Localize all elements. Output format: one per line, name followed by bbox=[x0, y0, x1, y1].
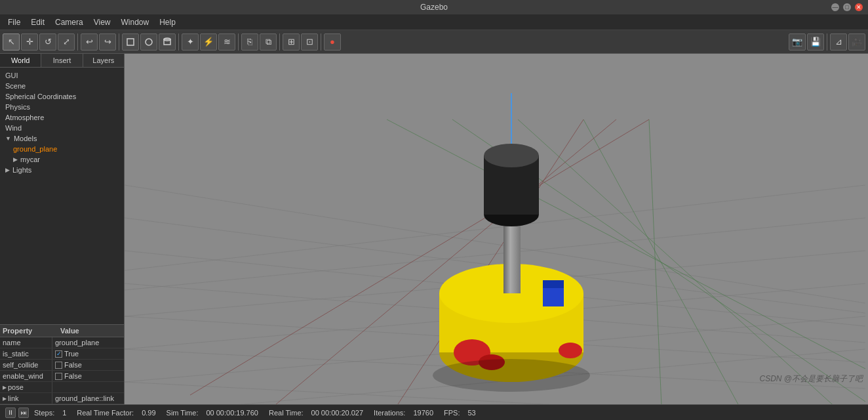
tab-world[interactable]: World bbox=[0, 54, 41, 67]
prop-value-link: ground_plane::link bbox=[52, 393, 124, 404]
simtime-label: Sim Time: bbox=[167, 409, 199, 417]
prop-row-pose[interactable]: ▶ pose bbox=[0, 382, 124, 393]
select-tool[interactable]: ↖ bbox=[3, 33, 20, 51]
svg-point-1 bbox=[146, 39, 152, 45]
menu-camera[interactable]: Camera bbox=[50, 16, 89, 28]
models-arrow: ▼ bbox=[5, 135, 11, 142]
pause-btn[interactable]: ⏸ bbox=[5, 408, 16, 418]
close-btn[interactable]: ✕ bbox=[855, 3, 863, 11]
prop-header: Property Value bbox=[0, 325, 124, 337]
prop-row-name[interactable]: name ground_plane bbox=[0, 337, 124, 348]
title-bar: Gazebo — □ ✕ bbox=[0, 0, 868, 14]
menu-view[interactable]: View bbox=[89, 16, 116, 28]
cylinder-shape[interactable] bbox=[159, 33, 176, 51]
tree-label-gui: GUI bbox=[5, 72, 18, 79]
tree-item-gui[interactable]: GUI bbox=[0, 70, 124, 81]
tree-label-atmosphere: Atmosphere bbox=[5, 114, 44, 121]
tree-item-spherical[interactable]: Spherical Coordinates bbox=[0, 91, 124, 102]
redo-btn[interactable]: ↪ bbox=[99, 33, 116, 51]
box-shape[interactable] bbox=[122, 33, 139, 51]
sep7 bbox=[827, 33, 827, 51]
toolbar-right: 📷 💾 ⊿ 🎥 bbox=[789, 33, 865, 51]
sep6 bbox=[321, 33, 321, 51]
prop-col-name: Property bbox=[3, 327, 55, 335]
prop-row-link[interactable]: ▶ link ground_plane::link bbox=[0, 393, 124, 404]
undo-btn[interactable]: ↩ bbox=[81, 33, 98, 51]
prop-name-is-static: is_static bbox=[0, 348, 52, 359]
tree-item-scene[interactable]: Scene bbox=[0, 81, 124, 91]
sphere-shape[interactable] bbox=[140, 33, 157, 51]
prop-name-name: name bbox=[0, 337, 52, 348]
snap-btn[interactable]: ⊡ bbox=[301, 33, 318, 51]
menu-help[interactable]: Help bbox=[154, 16, 181, 28]
rotate-tool[interactable]: ↺ bbox=[39, 33, 56, 51]
save-world-btn[interactable]: 💾 bbox=[807, 33, 824, 51]
svg-point-32 bbox=[559, 343, 582, 358]
menu-file[interactable]: File bbox=[3, 16, 26, 28]
window-title: Gazebo bbox=[420, 3, 448, 12]
spot-light-btn[interactable]: ⚡ bbox=[200, 33, 217, 51]
world-tree: GUI Scene Spherical Coordinates Physics … bbox=[0, 68, 124, 324]
tree-item-ground-plane[interactable]: ground_plane bbox=[0, 144, 124, 154]
record-btn[interactable]: ● bbox=[324, 33, 341, 51]
realtime-label: Real Time: bbox=[269, 409, 304, 417]
tree-item-wind[interactable]: Wind bbox=[0, 123, 124, 133]
sep2 bbox=[119, 33, 119, 51]
prop-value-is-static: ✓ True bbox=[52, 348, 124, 359]
enable-wind-checkbox[interactable] bbox=[55, 373, 62, 380]
self-collide-checkbox[interactable] bbox=[55, 362, 62, 369]
menu-window[interactable]: Window bbox=[116, 16, 155, 28]
left-panel: World Insert Layers GUI Scene Spherical … bbox=[0, 54, 125, 404]
svg-rect-33 bbox=[543, 287, 564, 306]
mycar-arrow: ▶ bbox=[13, 156, 18, 163]
tab-layers[interactable]: Layers bbox=[83, 54, 124, 67]
tree-label-models: Models bbox=[14, 135, 37, 142]
tree-item-atmosphere[interactable]: Atmosphere bbox=[0, 112, 124, 123]
realtime-value: 00 00:00:20.027 bbox=[311, 409, 364, 417]
video-btn[interactable]: 🎥 bbox=[848, 33, 865, 51]
step-btn[interactable]: ⏭ bbox=[18, 408, 29, 418]
prop-row-is-static[interactable]: is_static ✓ True bbox=[0, 348, 124, 360]
lights-arrow: ▶ bbox=[5, 167, 10, 173]
maximize-btn[interactable]: □ bbox=[843, 3, 851, 11]
sep5 bbox=[279, 33, 280, 51]
fps-label: FPS: bbox=[444, 409, 460, 417]
self-collide-text: False bbox=[64, 361, 82, 369]
copy-btn[interactable]: ⎘ bbox=[241, 33, 258, 51]
tree-item-lights[interactable]: ▶ Lights bbox=[0, 165, 124, 175]
fps-value: 53 bbox=[467, 409, 475, 417]
watermark: CSDN @不会是要长脑子了吧 bbox=[759, 373, 863, 385]
menu-edit[interactable]: Edit bbox=[26, 16, 50, 28]
tree-item-physics[interactable]: Physics bbox=[0, 102, 124, 112]
paste-btn[interactable]: ⧉ bbox=[260, 33, 277, 51]
prop-row-self-collide[interactable]: self_collide False bbox=[0, 360, 124, 371]
tab-insert[interactable]: Insert bbox=[41, 54, 83, 67]
is-static-checkbox[interactable]: ✓ bbox=[55, 350, 62, 358]
directional-light-btn[interactable]: ≋ bbox=[218, 33, 235, 51]
prop-value-self-collide: False bbox=[52, 360, 124, 370]
translate-tool[interactable]: ✛ bbox=[21, 33, 38, 51]
prop-row-enable-wind[interactable]: enable_wind False bbox=[0, 371, 124, 382]
scale-tool[interactable]: ⤢ bbox=[58, 33, 75, 51]
screenshot-btn[interactable]: 📷 bbox=[789, 33, 806, 51]
enable-wind-text: False bbox=[64, 372, 82, 380]
tree-label-ground-plane: ground_plane bbox=[13, 145, 57, 153]
prop-col-value: Value bbox=[60, 327, 79, 335]
steps-value: 1 bbox=[62, 409, 66, 417]
menu-bar: File Edit Camera View Window Help bbox=[0, 14, 868, 30]
align-btn[interactable]: ⊞ bbox=[283, 33, 300, 51]
sep4 bbox=[238, 33, 239, 51]
tree-item-models[interactable]: ▼ Models bbox=[0, 133, 124, 144]
point-light-btn[interactable]: ✦ bbox=[182, 33, 199, 51]
svg-rect-0 bbox=[127, 39, 134, 45]
ortho-btn[interactable]: ⊿ bbox=[830, 33, 847, 51]
tree-label-lights: Lights bbox=[12, 166, 31, 174]
iterations-value: 19760 bbox=[413, 409, 433, 417]
minimize-btn[interactable]: — bbox=[831, 3, 839, 11]
viewport[interactable]: CSDN @不会是要长脑子了吧 bbox=[125, 54, 868, 404]
tree-label-physics: Physics bbox=[5, 103, 30, 111]
simtime-value: 00 00:00:19.760 bbox=[206, 409, 258, 417]
prop-value-enable-wind: False bbox=[52, 371, 124, 381]
tree-item-mycar[interactable]: ▶ mycar bbox=[0, 154, 124, 165]
tree-label-spherical: Spherical Coordinates bbox=[5, 93, 76, 100]
